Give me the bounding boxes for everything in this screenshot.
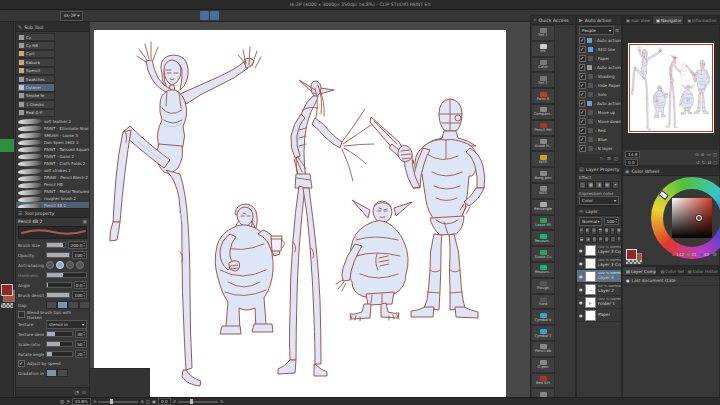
command-icon[interactable] bbox=[170, 11, 179, 20]
ruler-icon[interactable]: ▩ bbox=[604, 227, 609, 235]
new-vector-layer-icon[interactable]: ◪ bbox=[585, 236, 590, 244]
subtool-preset[interactable]: Cy bbox=[17, 33, 55, 41]
tool-icon[interactable] bbox=[0, 217, 14, 230]
command-icon[interactable] bbox=[270, 11, 279, 20]
zoom-slider[interactable] bbox=[98, 401, 138, 403]
tool-icon[interactable] bbox=[0, 204, 14, 217]
navigator-zoom-value[interactable]: 14.8 bbox=[625, 151, 640, 158]
auto-action-item[interactable]: › Auto action 1 bbox=[577, 36, 621, 45]
auto-action-item[interactable]: › Move down bbox=[577, 117, 621, 126]
zoom-out-icon[interactable]: ⊖ bbox=[695, 152, 699, 157]
auto-action-item[interactable]: › Shading bbox=[577, 72, 621, 81]
tool-icon[interactable] bbox=[0, 230, 14, 243]
tool-icon[interactable] bbox=[0, 243, 14, 256]
auto-action-checkbox[interactable] bbox=[579, 91, 586, 98]
gradation-buttons[interactable] bbox=[46, 369, 68, 377]
texture-density-value[interactable]: 30▴▾ bbox=[75, 330, 87, 338]
border-effect-icon[interactable]: ◫ bbox=[579, 181, 586, 189]
expand-arrow-icon[interactable]: › bbox=[595, 83, 597, 88]
tool-icon[interactable] bbox=[0, 325, 14, 338]
expand-arrow-icon[interactable]: › bbox=[594, 65, 596, 70]
layer-row[interactable]: ● 100 % Normal Layer 3 Copy 4 bbox=[577, 244, 621, 257]
brush-list-item[interactable]: DRAW - Pencil Blech 2 bbox=[16, 174, 89, 181]
navigator-view-rectangle[interactable] bbox=[629, 44, 713, 132]
command-icon[interactable] bbox=[340, 11, 349, 20]
brush-list-item[interactable]: Pencil HB bbox=[16, 181, 89, 188]
visibility-eye-icon[interactable]: ● bbox=[579, 300, 583, 305]
command-icon[interactable] bbox=[220, 11, 229, 20]
subtool-preset[interactable]: Kabura bbox=[17, 58, 55, 66]
quick-access-item[interactable]: Hard bbox=[531, 294, 555, 310]
subtool-preset[interactable]: Cycl bbox=[17, 50, 55, 58]
transfer-icon[interactable]: ◫ bbox=[610, 236, 615, 244]
expand-arrow-icon[interactable]: › bbox=[595, 119, 597, 124]
gear-icon[interactable]: ⚙ bbox=[713, 251, 717, 257]
zoom-in-icon[interactable]: ⊕ bbox=[701, 152, 705, 157]
two-pane-icon[interactable]: ▦ bbox=[616, 227, 621, 235]
quick-access-item[interactable]: Pencil RH bbox=[531, 120, 555, 136]
tone-effect-icon[interactable]: ▩ bbox=[587, 181, 594, 189]
auto-action-checkbox[interactable] bbox=[579, 145, 586, 152]
quick-access-item[interactable]: Red S/H bbox=[531, 373, 555, 389]
status-zoom-value[interactable]: 14.8% bbox=[72, 398, 91, 405]
rotate-left-icon[interactable]: ↺ bbox=[696, 160, 700, 165]
quick-access-item[interactable]: WER bbox=[531, 151, 555, 167]
command-icon[interactable] bbox=[150, 11, 159, 20]
quick-access-item[interactable]: Lasso fill bbox=[531, 215, 555, 231]
expand-arrow-icon[interactable]: › bbox=[595, 110, 597, 115]
tool-icon[interactable] bbox=[0, 338, 14, 351]
reset-rotation-icon[interactable]: ◻ bbox=[713, 160, 717, 165]
quick-access-item[interactable]: Cymbal k bbox=[531, 309, 555, 325]
auto-action-item[interactable]: › Move up bbox=[577, 108, 621, 117]
auto-action-checkbox[interactable] bbox=[579, 73, 586, 80]
texture-dropdown[interactable]: stencil in▾ bbox=[46, 320, 87, 329]
rotate-right-icon[interactable]: ↻ bbox=[702, 160, 706, 165]
tool-icon[interactable] bbox=[0, 113, 14, 126]
quick-access-item[interactable]: Resourc.. bbox=[531, 230, 555, 246]
rotation-slider[interactable] bbox=[178, 401, 218, 403]
command-icon[interactable] bbox=[310, 11, 319, 20]
set-as-ref-icon[interactable]: ⊡ bbox=[610, 227, 615, 235]
sv-cursor[interactable] bbox=[696, 215, 702, 221]
register-settings-icon[interactable]: ◔ bbox=[74, 389, 78, 395]
quick-access-item[interactable]: Color bbox=[531, 57, 555, 73]
navigator-tab[interactable]: ▣ Navigator bbox=[653, 16, 684, 24]
quick-access-item[interactable]: Compani.. bbox=[531, 104, 555, 120]
new-folder-icon[interactable]: ▧ bbox=[592, 236, 597, 244]
record-action-icon[interactable]: ▷ bbox=[600, 156, 603, 161]
status-zoom-in-icon[interactable]: ⊕ bbox=[140, 399, 144, 404]
new-raster-layer-icon[interactable]: ⬓ bbox=[579, 236, 584, 244]
auto-action-checkbox[interactable] bbox=[579, 118, 586, 125]
flatten-icon[interactable]: ⊟ bbox=[617, 236, 622, 244]
auto-action-item[interactable]: › Auto action 2 bbox=[577, 63, 621, 72]
status-grid-icon[interactable]: ▥ bbox=[60, 399, 64, 404]
expand-arrow-icon[interactable]: › bbox=[595, 74, 597, 79]
navigator-rotation-value[interactable]: 0.0 bbox=[625, 159, 638, 166]
layer-row[interactable]: ● ▸ 100 % Normal Folder 1 bbox=[577, 296, 621, 309]
quick-access-item[interactable]: Bong pen bbox=[531, 167, 555, 183]
auto-action-item[interactable]: › Red bbox=[577, 126, 621, 135]
auto-action-checkbox[interactable] bbox=[579, 127, 586, 134]
tool-icon[interactable] bbox=[0, 22, 14, 35]
auto-action-checkbox[interactable] bbox=[579, 136, 586, 143]
command-icon[interactable] bbox=[130, 11, 139, 20]
status-rotate-icon[interactable]: ◔ bbox=[66, 399, 70, 404]
tool-icon[interactable] bbox=[0, 100, 14, 113]
quick-access-item[interactable]: Set 1 bbox=[531, 25, 555, 41]
tool-icon[interactable] bbox=[0, 74, 14, 87]
tool-icon[interactable] bbox=[0, 152, 14, 165]
scale-ratio-slider[interactable] bbox=[46, 341, 73, 347]
subtool-preset[interactable]: Cy HB bbox=[17, 41, 55, 49]
visibility-eye-icon[interactable]: ● bbox=[579, 248, 583, 253]
layer-comps-tab[interactable]: ▤ Color History bbox=[685, 267, 719, 275]
texture-density-slider[interactable] bbox=[46, 331, 73, 337]
quick-access-item[interactable]: G-pen bbox=[531, 357, 555, 373]
wheel-transparent-chip[interactable] bbox=[626, 260, 642, 264]
quick-access-item[interactable]: Pencil 4b bbox=[531, 341, 555, 357]
layer-row[interactable]: ● 100 % Normal Layer 3 Copy 3 bbox=[577, 257, 621, 270]
command-icon[interactable] bbox=[290, 11, 299, 20]
subtool-preset[interactable]: Spencil bbox=[17, 67, 55, 75]
visibility-eye-icon[interactable]: ● bbox=[579, 313, 583, 318]
tool-icon[interactable] bbox=[0, 139, 14, 152]
clip-layer-icon[interactable]: ⊞ bbox=[579, 227, 584, 235]
